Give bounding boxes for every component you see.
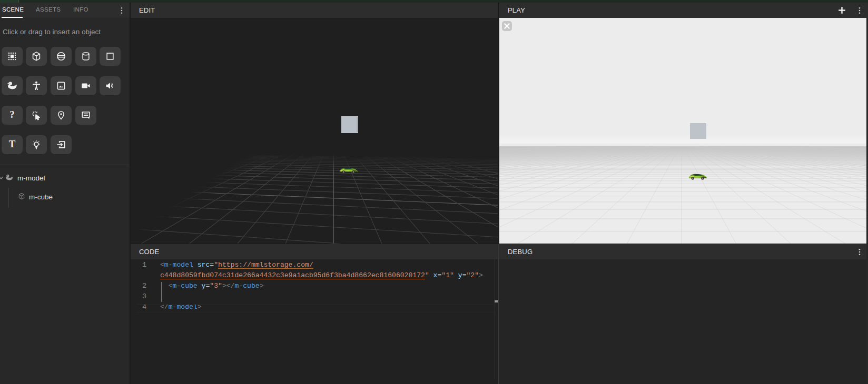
svg-text:T: T (9, 139, 16, 149)
svg-text:?: ? (9, 109, 14, 120)
